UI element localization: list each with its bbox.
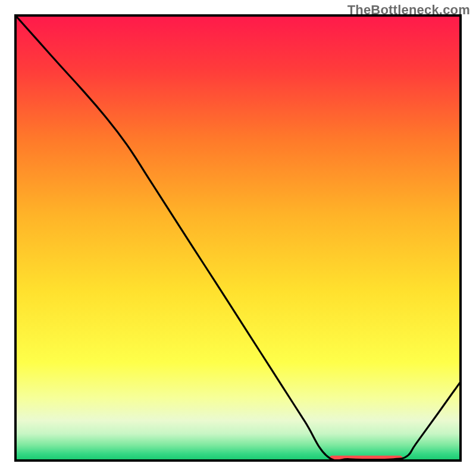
plot-background (15, 15, 461, 461)
bottleneck-chart (0, 0, 476, 476)
chart-frame: TheBottleneck.com (0, 0, 476, 476)
watermark-text: TheBottleneck.com (347, 2, 470, 18)
